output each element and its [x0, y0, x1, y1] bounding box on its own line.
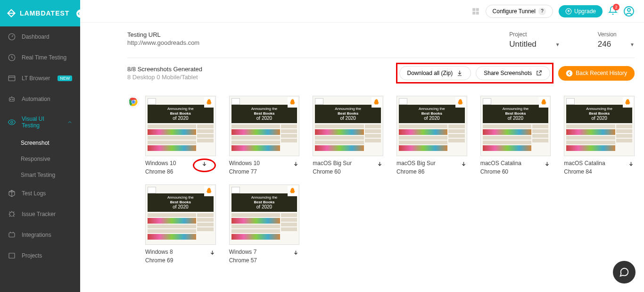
desktop-icon — [566, 98, 575, 105]
card-meta: macOS Catalina Chrome 60 — [480, 159, 521, 176]
brand-logo[interactable]: LAMBDATEST — [0, 0, 80, 26]
notifications-button[interactable]: 2 — [608, 6, 618, 17]
sidebar-item-testlogs[interactable]: Test Logs — [0, 183, 80, 204]
chat-icon — [619, 267, 629, 277]
brand-text: LAMBDATEST — [20, 9, 69, 17]
card-meta: Windows 7 Chrome 57 — [229, 248, 257, 265]
sidebar-item-visual[interactable]: Visual UI Testing — [0, 109, 80, 135]
card-footer: Windows 7 Chrome 57 — [229, 248, 300, 265]
card-browser: Chrome 86 — [145, 167, 176, 176]
grid-icon[interactable] — [471, 7, 480, 16]
upgrade-button[interactable]: Upgrade — [559, 5, 603, 17]
folder-icon — [8, 251, 16, 260]
action-buttons: Download all (Zip) Share Screenshots Bac… — [396, 63, 635, 83]
card-browser: Chrome 86 — [396, 167, 436, 176]
sidebar-item-projects[interactable]: Projects — [0, 245, 80, 266]
arrow-left-circle-icon — [566, 70, 573, 77]
download-screenshot-button[interactable] — [292, 248, 299, 259]
download-screenshot-button[interactable] — [627, 159, 635, 170]
download-screenshot-button[interactable] — [209, 248, 216, 259]
screenshot-card: Announcing theBest Booksof 2020 Windows … — [145, 184, 216, 265]
chat-support-button[interactable] — [613, 261, 636, 284]
screenshot-thumbnail[interactable]: Announcing theBest Booksof 2020 — [313, 96, 383, 156]
download-icon — [292, 161, 299, 168]
eye-icon — [8, 118, 16, 126]
lambda-icon — [7, 8, 16, 18]
gauge-icon — [8, 33, 16, 41]
user-avatar-button[interactable] — [623, 6, 635, 17]
button-label: Download all (Zip) — [407, 70, 453, 76]
card-meta: Windows 8 Chrome 69 — [145, 248, 173, 265]
card-footer: macOS Big Sur Chrome 60 — [313, 159, 383, 176]
sidebar-subitem-responsive[interactable]: Responsive — [0, 151, 80, 167]
card-meta: macOS Big Sur Chrome 60 — [313, 159, 352, 176]
chrome-icon — [127, 96, 140, 108]
back-recent-history-button[interactable]: Back Recent History — [558, 66, 635, 81]
screenshot-card: Announcing theBest Booksof 2020 macOS Ca… — [480, 96, 551, 176]
sidebar-item-label: Projects — [22, 252, 42, 259]
card-os: Windows 7 — [229, 248, 257, 256]
sidebar-item-ltbrowser[interactable]: LT Browser NEW — [0, 68, 80, 89]
download-screenshot-button[interactable] — [460, 159, 467, 170]
sidebar-subitem-smart[interactable]: Smart Testing — [0, 167, 80, 183]
download-screenshot-button[interactable] — [376, 159, 383, 170]
rocket-icon — [204, 186, 215, 196]
new-badge: NEW — [58, 75, 72, 81]
sidebar-item-dashboard[interactable]: Dashboard — [0, 26, 80, 47]
screenshot-card: Announcing theBest Booksof 2020 Windows … — [145, 96, 216, 176]
sidebar-item-automation[interactable]: Automation — [0, 89, 80, 109]
caret-down-icon: ▼ — [630, 42, 635, 47]
download-screenshot-button[interactable] — [292, 159, 299, 170]
download-icon — [627, 161, 635, 168]
share-screenshots-button[interactable]: Share Screenshots — [476, 66, 550, 80]
sidebar-item-label: Visual UI Testing — [22, 116, 61, 129]
plug-icon — [8, 231, 16, 239]
card-footer: Windows 10 Chrome 86 — [145, 159, 216, 176]
card-os: Windows 10 — [229, 159, 260, 167]
main-content: Configure Tunnel ? Upgrade 2 Testing URL… — [80, 0, 644, 292]
generated-count: 8/8 Screenshots Generated — [127, 66, 202, 73]
screenshot-thumbnail[interactable]: Announcing theBest Booksof 2020 — [229, 184, 300, 245]
svg-point-21 — [132, 100, 134, 103]
card-meta: Windows 10 Chrome 77 — [229, 159, 260, 176]
chevron-left-icon — [76, 11, 81, 16]
download-icon — [201, 161, 208, 168]
screenshot-thumbnail[interactable]: Announcing theBest Booksof 2020 — [229, 96, 300, 156]
sidebar-item-integrations[interactable]: Integrations — [0, 225, 80, 245]
card-os: macOS Big Sur — [396, 159, 436, 167]
screenshot-thumbnail[interactable]: Announcing theBest Booksof 2020 — [145, 184, 216, 245]
download-screenshot-button[interactable] — [544, 159, 551, 170]
screenshot-thumbnail[interactable]: Announcing theBest Booksof 2020 — [396, 96, 467, 156]
arrow-up-circle-icon — [565, 8, 572, 15]
highlighted-actions: Download all (Zip) Share Screenshots — [396, 63, 554, 83]
sidebar-item-issue[interactable]: Issue Tracker — [0, 204, 80, 225]
version-selector[interactable]: Version 246▼ — [598, 31, 635, 49]
header-row: Testing URL http://www.goodreads.com Pro… — [127, 31, 635, 49]
download-all-button[interactable]: Download all (Zip) — [399, 66, 471, 80]
svg-rect-11 — [476, 8, 479, 11]
download-screenshot-button[interactable] — [193, 159, 216, 170]
svg-point-5 — [13, 99, 14, 100]
sidebar-subitem-screenshot[interactable]: Screenshot — [0, 135, 80, 151]
card-browser: Chrome 60 — [313, 167, 352, 176]
project-value: Untitled — [509, 40, 537, 49]
screenshot-thumbnail[interactable]: Announcing theBest Booksof 2020 — [480, 96, 551, 156]
download-icon — [292, 250, 299, 257]
rocket-icon — [204, 97, 215, 108]
url-value: http://www.goodreads.com — [127, 39, 199, 46]
chevron-up-icon — [67, 119, 73, 125]
project-selector[interactable]: Project Untitled▼ — [509, 31, 560, 49]
card-footer: macOS Catalina Chrome 84 — [564, 159, 635, 176]
clock-icon — [8, 53, 16, 62]
configure-tunnel-button[interactable]: Configure Tunnel ? — [486, 5, 553, 18]
button-label: Back Recent History — [576, 70, 627, 76]
rocket-icon — [288, 186, 298, 196]
sidebar-item-realtime[interactable]: Real Time Testing — [0, 47, 80, 68]
desktop-icon — [399, 98, 407, 105]
sidebar-item-label: Automation — [22, 96, 50, 102]
download-icon — [544, 161, 551, 168]
sidebar-collapse-button[interactable] — [76, 9, 85, 18]
screenshot-thumbnail[interactable]: Announcing theBest Booksof 2020 — [564, 96, 635, 156]
screenshot-thumbnail[interactable]: Announcing theBest Booksof 2020 — [145, 96, 216, 156]
desktop-icon — [231, 98, 240, 105]
